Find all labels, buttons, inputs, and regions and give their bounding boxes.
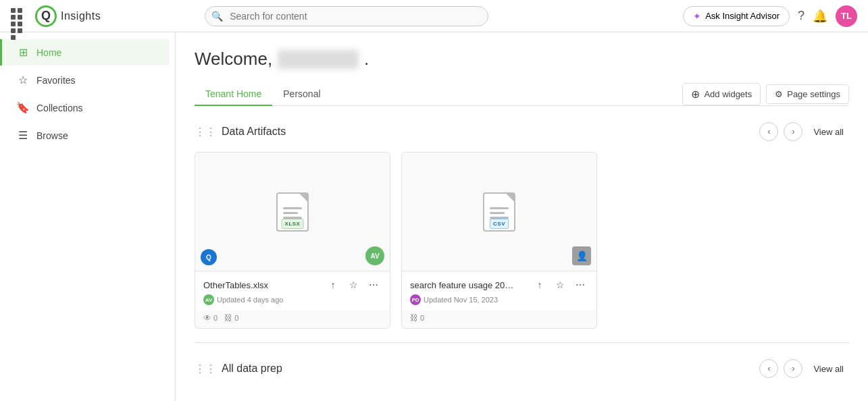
updated-date-xlsx: Updated 4 days ago — [217, 296, 283, 304]
upload-button-xlsx[interactable]: ↑ — [325, 277, 341, 293]
card-searchfeature: CSV 👤 search feature usage 2023.cs — [401, 152, 597, 329]
view-all-data-prep-button[interactable]: View all — [808, 361, 849, 377]
updated-date-csv: Updated Nov 15, 2023 — [424, 296, 498, 304]
home-icon: ⊞ — [16, 46, 30, 59]
app-body: ⊞ Home ☆ Favorites 🔖 Collections ☰ Brows… — [0, 32, 868, 401]
page-settings-label: Page settings — [787, 89, 840, 99]
owner-badge-av: AV — [365, 246, 384, 265]
help-icon[interactable]: ? — [798, 9, 805, 23]
tabs-right-actions: ⊕ Add widgets ⚙ Page settings — [682, 83, 849, 105]
data-artifacts-section: ⋮⋮ Data Artifacts ‹ › View all — [195, 122, 849, 329]
card-preview-xlsx: XLSX AV Q — [195, 153, 390, 271]
xlsx-badge: XLSX — [282, 219, 304, 229]
csv-badge: CSV — [490, 219, 509, 229]
topbar: Q Insights 🔍 ✦ Ask Insight Advisor ? 🔔 T… — [0, 0, 868, 32]
browse-icon: ☰ — [16, 129, 30, 142]
card-name-xlsx: OtherTables.xlsx — [203, 280, 268, 290]
more-button-xlsx[interactable]: ⋯ — [365, 277, 382, 293]
grid-menu-icon[interactable] — [11, 8, 27, 24]
csv-file-icon: CSV — [483, 192, 515, 232]
welcome-prefix: Welcome, — [195, 49, 272, 70]
sidebar-item-favorites-label: Favorites — [36, 75, 76, 86]
sidebar-item-collections[interactable]: 🔖 Collections — [5, 95, 170, 121]
upload-button-csv[interactable]: ↑ — [532, 277, 548, 293]
ask-insight-advisor-button[interactable]: ✦ Ask Insight Advisor — [683, 6, 790, 26]
all-data-prep-section: ⋮⋮ All data prep ‹ › View all — [195, 359, 849, 378]
sidebar-item-home[interactable]: ⊞ Home — [0, 39, 170, 65]
next-button-2[interactable]: › — [784, 359, 802, 378]
section-title-data-artifacts: ⋮⋮ Data Artifacts — [195, 126, 286, 138]
links-stat-xlsx: ⛓ 0 — [224, 313, 238, 323]
add-widgets-button[interactable]: ⊕ Add widgets — [682, 83, 761, 105]
card-meta-xlsx: AV Updated 4 days ago — [203, 294, 382, 305]
card-footer-top-csv: search feature usage 2023.cs ↑ ☆ ⋯ — [410, 277, 588, 293]
links-count-csv: 0 — [420, 314, 424, 322]
drag-handle-icon-2: ⋮⋮ — [195, 363, 216, 375]
section-divider — [195, 342, 849, 343]
notification-icon[interactable]: 🔔 — [813, 9, 827, 24]
avatar[interactable]: TL — [836, 5, 857, 27]
links-count-xlsx: 0 — [234, 314, 238, 322]
card-actions-csv: ↑ ☆ ⋯ — [532, 277, 588, 293]
sidebar-item-favorites[interactable]: ☆ Favorites — [5, 67, 170, 93]
card-footer-xlsx: OtherTables.xlsx ↑ ☆ ⋯ AV Updated 4 days… — [195, 271, 390, 311]
link-icon-csv: ⛓ — [410, 313, 418, 323]
sidebar: ⊞ Home ☆ Favorites 🔖 Collections ☰ Brows… — [0, 32, 176, 401]
section-nav: ‹ › View all — [759, 122, 849, 141]
card-preview-csv: CSV 👤 — [402, 153, 596, 271]
section-title-all-data-prep: ⋮⋮ All data prep — [195, 363, 282, 375]
card-stats-xlsx: 👁 0 ⛓ 0 — [195, 311, 390, 328]
all-data-prep-title: All data prep — [222, 363, 282, 375]
xlsx-file-icon: XLSX — [276, 192, 309, 232]
welcome-period: . — [364, 49, 369, 70]
plus-icon: ⊕ — [691, 88, 700, 101]
app-name: Insights — [61, 10, 101, 22]
card-footer-csv: search feature usage 2023.cs ↑ ☆ ⋯ PD Up… — [402, 271, 596, 311]
star-icon: ☆ — [16, 74, 30, 86]
prev-button[interactable]: ‹ — [759, 122, 778, 141]
tabs-bar: Tenant Home Personal ⊕ Add widgets ⚙ Pag… — [195, 83, 849, 106]
views-stat-xlsx: 👁 0 — [203, 313, 218, 323]
next-button[interactable]: › — [784, 122, 802, 141]
page-settings-button[interactable]: ⚙ Page settings — [766, 84, 849, 104]
username-blurred — [278, 50, 359, 69]
owner-avatar-pd: PD — [410, 294, 421, 305]
search-input[interactable] — [205, 6, 488, 26]
tab-personal[interactable]: Personal — [272, 83, 331, 106]
sidebar-item-browse-label: Browse — [36, 130, 68, 141]
links-stat-csv: ⛓ 0 — [410, 313, 424, 323]
data-artifacts-title: Data Artifacts — [222, 126, 286, 138]
section-nav-2: ‹ › View all — [759, 359, 849, 378]
search-icon: 🔍 — [211, 11, 223, 22]
card-actions-xlsx: ↑ ☆ ⋯ — [325, 277, 382, 293]
topbar-right: ✦ Ask Insight Advisor ? 🔔 TL — [683, 5, 857, 27]
prev-button-2[interactable]: ‹ — [759, 359, 778, 378]
add-widgets-label: Add widgets — [704, 89, 752, 99]
sidebar-item-collections-label: Collections — [36, 103, 82, 113]
card-stats-csv: ⛓ 0 — [402, 311, 596, 328]
welcome-heading: Welcome, . — [195, 49, 849, 70]
search-bar: 🔍 — [205, 6, 488, 26]
card-meta-csv: PD Updated Nov 15, 2023 — [410, 294, 588, 305]
section-header-all-data-prep: ⋮⋮ All data prep ‹ › View all — [195, 359, 849, 378]
views-count-xlsx: 0 — [213, 314, 218, 322]
insight-advisor-label: Ask Insight Advisor — [705, 11, 780, 21]
sidebar-item-browse[interactable]: ☰ Browse — [5, 122, 170, 149]
cards-row: XLSX AV Q OtherTables.xlsx — [195, 152, 849, 329]
qlik-q-letter: Q — [41, 9, 51, 23]
person-badge-icon: 👤 — [572, 246, 591, 265]
gear-icon: ⚙ — [775, 89, 783, 99]
more-button-csv[interactable]: ⋯ — [572, 277, 588, 293]
link-icon: ⛓ — [224, 313, 232, 323]
qlik-badge-icon: Q — [201, 249, 217, 265]
favorite-button-xlsx[interactable]: ☆ — [345, 277, 361, 293]
drag-handle-icon: ⋮⋮ — [195, 126, 216, 138]
card-name-csv: search feature usage 2023.cs — [410, 280, 518, 290]
qlik-circle-icon: Q — [35, 5, 57, 27]
main-content: Welcome, . Tenant Home Personal ⊕ Add wi… — [176, 32, 868, 401]
tab-tenant-home[interactable]: Tenant Home — [195, 83, 272, 106]
view-all-data-artifacts-button[interactable]: View all — [808, 124, 849, 140]
section-header-data-artifacts: ⋮⋮ Data Artifacts ‹ › View all — [195, 122, 849, 141]
favorite-button-csv[interactable]: ☆ — [552, 277, 568, 293]
qlik-logo: Q Insights — [35, 5, 101, 27]
